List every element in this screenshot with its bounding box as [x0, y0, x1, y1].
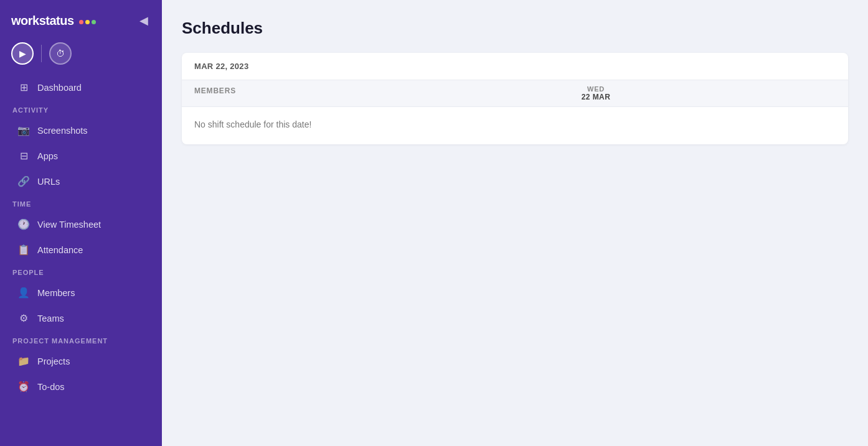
projects-icon: 📁	[17, 355, 30, 367]
sidebar-label-screenshots: Screenshots	[37, 126, 88, 136]
attendance-icon: 📋	[17, 244, 30, 256]
dashboard-icon: ⊞	[17, 81, 30, 93]
timer-icon: ⏱	[56, 49, 65, 58]
day-date: 22 MAR	[582, 93, 610, 101]
schedule-card: MAR 22, 2023 MEMBERS WED 22 MAR No shift…	[182, 53, 848, 144]
sidebar-item-members[interactable]: 👤 Members	[5, 281, 157, 305]
sidebar-icons-row: ▶ ⏱	[0, 39, 162, 75]
timer-icon-button[interactable]: ▶	[11, 42, 34, 65]
logo-text: workstatus	[11, 14, 74, 27]
sidebar-item-apps[interactable]: ⊟ Apps	[5, 144, 157, 168]
no-schedule-message: No shift schedule for this date!	[194, 119, 836, 129]
sidebar-collapse-button[interactable]: ◀	[137, 11, 151, 30]
sidebar-item-projects[interactable]: 📁 Projects	[5, 349, 157, 373]
sidebar: workstatus ◀ ▶ ⏱ ⊞ Dashboard ACTIVITY 📷 …	[0, 0, 162, 446]
logo-dots	[79, 20, 96, 24]
schedule-date-bar: MAR 22, 2023	[182, 53, 848, 80]
sidebar-label-projects: Projects	[37, 356, 70, 366]
sidebar-label-attendance: Attendance	[37, 245, 83, 255]
sidebar-divider	[41, 45, 42, 62]
sidebar-item-attendance[interactable]: 📋 Attendance	[5, 238, 157, 262]
sidebar-label-teams: Teams	[37, 314, 64, 323]
schedule-col-day-header: WED 22 MAR	[344, 80, 848, 106]
sidebar-header: workstatus ◀	[0, 0, 162, 39]
sidebar-section-time: TIME	[0, 194, 162, 211]
screenshots-icon: 📷	[17, 124, 30, 136]
logo-dot-green	[92, 20, 96, 24]
sidebar-label-members: Members	[37, 288, 75, 298]
logo-dot-red	[79, 20, 83, 24]
sidebar-section-activity: ACTIVITY	[0, 100, 162, 118]
sidebar-label-todos: To-dos	[37, 382, 65, 392]
todos-icon: ⏰	[17, 381, 30, 393]
sidebar-label-dashboard: Dashboard	[37, 83, 82, 93]
sidebar-label-view-timesheet: View Timesheet	[37, 220, 101, 230]
day-name: WED	[587, 85, 605, 93]
teams-icon: ⚙	[17, 312, 30, 324]
page-title: Schedules	[182, 19, 848, 38]
main-content: Schedules MAR 22, 2023 MEMBERS WED 22 MA…	[162, 0, 868, 446]
sidebar-item-urls[interactable]: 🔗 URLs	[5, 169, 157, 193]
sidebar-section-people: PEOPLE	[0, 262, 162, 280]
members-icon: 👤	[17, 287, 30, 299]
sidebar-label-apps: Apps	[37, 151, 58, 161]
sidebar-item-dashboard[interactable]: ⊞ Dashboard	[5, 75, 157, 100]
urls-icon: 🔗	[17, 175, 30, 187]
sidebar-item-view-timesheet[interactable]: 🕐 View Timesheet	[5, 212, 157, 236]
sidebar-section-project-management: PROJECT MANAGEMENT	[0, 331, 162, 348]
sidebar-item-todos[interactable]: ⏰ To-dos	[5, 374, 157, 399]
sidebar-item-screenshots[interactable]: 📷 Screenshots	[5, 118, 157, 142]
sidebar-label-urls: URLs	[37, 177, 60, 187]
timesheet-icon: 🕐	[17, 218, 30, 230]
logo-dot-yellow	[85, 20, 90, 24]
logo: workstatus	[11, 14, 96, 28]
play-circle-icon: ▶	[19, 49, 26, 58]
clock-icon-button[interactable]: ⏱	[49, 42, 72, 65]
schedule-body: No shift schedule for this date!	[182, 107, 848, 144]
schedule-col-members-header: MEMBERS	[182, 80, 344, 106]
sidebar-item-teams[interactable]: ⚙ Teams	[5, 306, 157, 330]
apps-icon: ⊟	[17, 150, 30, 162]
schedule-table-header: MEMBERS WED 22 MAR	[182, 80, 848, 107]
